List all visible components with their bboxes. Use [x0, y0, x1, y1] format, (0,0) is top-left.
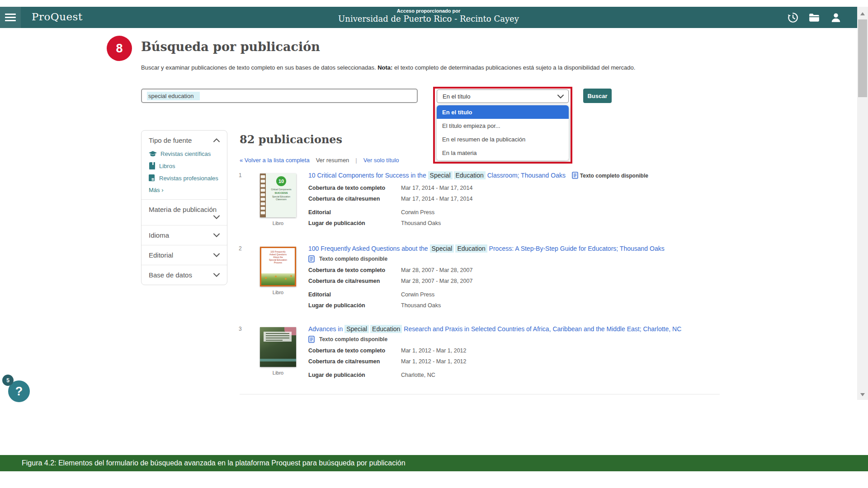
document-icon [572, 172, 578, 179]
folder-icon[interactable] [808, 12, 820, 23]
publisher-header[interactable]: Editorial [149, 251, 220, 259]
institution-block: Acceso proporcionado por Universidad de … [338, 8, 519, 23]
description-text: Buscar y examinar publicaciones de texto… [141, 64, 377, 71]
search-term-highlight: Special [430, 244, 454, 253]
filter-label: Revistas científicas [160, 150, 211, 157]
section-title: Editorial [149, 251, 173, 259]
section-title: Base de datos [149, 271, 192, 279]
document-icon [308, 255, 315, 263]
document-icon [308, 336, 315, 343]
chevron-down-icon [213, 273, 220, 277]
filter-section-source-type: Tipo de fuente Revistas científicas Libr… [142, 131, 227, 199]
dropdown-option-en-el-titulo[interactable]: En el título [437, 105, 569, 119]
cover-decoration [261, 273, 295, 285]
chevron-down-icon [557, 94, 564, 99]
proquest-logo[interactable]: ProQuest [32, 11, 83, 23]
field-row: Lugar de publicaciónCharlotte, NC [308, 372, 736, 378]
main-menu-button[interactable] [0, 7, 21, 28]
result-type-label: Libro [254, 370, 302, 375]
fulltext-availability: Texto completo disponible [308, 336, 736, 343]
search-field-select[interactable]: En el título [437, 89, 569, 103]
cover-decoration [260, 174, 266, 217]
result-number: 1 [239, 171, 254, 226]
result-title-link[interactable]: Advances in SpecialEducation Research an… [308, 325, 681, 333]
field-row: Cobertura de texto completoMar 17, 2014 … [308, 185, 736, 191]
search-term-highlight: Education [370, 325, 402, 333]
vertical-scrollbar[interactable] [857, 7, 868, 400]
database-header[interactable]: Base de datos [149, 271, 220, 279]
dropdown-option-materia[interactable]: En la materia [437, 146, 569, 160]
filter-books[interactable]: Libros [149, 162, 220, 169]
book-cover-thumbnail[interactable]: 10 Critical Components SUCCESS Special E… [260, 174, 296, 217]
fulltext-availability: Texto completo disponible [572, 173, 648, 179]
source-type-title: Tipo de fuente [149, 136, 192, 144]
view-title-only-link[interactable]: Ver solo título [363, 157, 399, 164]
page-title: Búsqueda por publicación [141, 40, 320, 54]
book-icon [149, 162, 156, 169]
cover-badge: 10 [276, 176, 286, 186]
fulltext-availability: Texto completo disponible [308, 255, 736, 263]
dropdown-option-titulo-empieza[interactable]: El título empieza por... [437, 119, 569, 132]
filter-label: Revistas profesionales [159, 175, 218, 182]
filter-section-subject: Materia de publicación [142, 199, 227, 225]
section-title: Idioma [149, 231, 169, 239]
view-summary-link[interactable]: Ver resumen [316, 157, 349, 164]
result-item-3: 3 Libro Advances in SpecialEducation Res… [239, 324, 736, 378]
filter-section-publisher: Editorial [142, 245, 227, 265]
filter-label: Libros [159, 163, 175, 169]
book-cover-thumbnail[interactable]: 100 Frequently Asked Questions About the… [260, 247, 296, 286]
chevron-up-icon [213, 138, 220, 142]
publication-search-input[interactable]: special education [141, 89, 418, 103]
field-row: Lugar de publicaciónThousand Oaks [308, 302, 736, 309]
search-button[interactable]: Buscar [583, 89, 612, 103]
history-icon[interactable] [787, 12, 798, 23]
selected-field-value: En el título [443, 93, 470, 100]
result-number: 2 [239, 244, 254, 309]
screenshot-canvas: ProQuest Acceso proporcionado por Univer… [0, 0, 868, 488]
source-type-header[interactable]: Tipo de fuente [149, 136, 220, 144]
account-icon[interactable] [830, 12, 842, 23]
description-text-2: el texto completo de determinadas public… [392, 64, 635, 71]
search-field-dropdown-menu: En el título El título empieza por... En… [437, 105, 569, 160]
language-header[interactable]: Idioma [149, 231, 220, 239]
institution-name: Universidad de Puerto Rico - Recinto Cay… [338, 14, 519, 23]
back-to-full-list-link[interactable]: « Volver a la lista completa [240, 157, 310, 164]
filter-trade-journals[interactable]: Revistas profesionales [149, 174, 220, 182]
result-title-link[interactable]: 100 Frequently Asked Questions about the… [308, 245, 665, 252]
chevron-down-icon [213, 215, 220, 219]
field-row: Cobertura de cita/resumenMar 1, 2012 - M… [308, 358, 736, 365]
search-query-text: special education [147, 92, 200, 100]
field-row: Lugar de publicaciónThousand Oaks [308, 220, 736, 226]
description-note-label: Nota: [377, 64, 392, 71]
filter-scholarly-journals[interactable]: Revistas científicas [149, 150, 220, 157]
result-title-link[interactable]: 10 Critical Components for Success in th… [308, 172, 566, 179]
result-item-1: 1 10 Critical Components SUCCESS Special… [239, 171, 736, 226]
search-term-highlight: Special [428, 171, 453, 179]
field-row: Cobertura de texto completoMar 28, 2007 … [308, 267, 736, 273]
result-type-label: Libro [254, 290, 302, 295]
figure-caption-bar: Figura 4.2: Elementos del formulario de … [0, 455, 868, 471]
scroll-down-arrow-icon[interactable] [860, 393, 865, 396]
filter-section-database: Base de datos [142, 265, 227, 285]
field-row: EditorialCorwin Press [308, 291, 736, 298]
search-term-highlight: Special [344, 325, 369, 333]
scroll-up-arrow-icon[interactable] [860, 12, 865, 15]
section-title: Materia de publicación [149, 206, 220, 213]
result-type-label: Libro [254, 221, 302, 226]
filters-sidebar: Tipo de fuente Revistas científicas Libr… [141, 130, 227, 285]
hamburger-icon [5, 12, 16, 23]
more-filters-link[interactable]: Más › [149, 187, 220, 193]
scrollbar-thumb[interactable] [858, 19, 867, 97]
chevron-down-icon [213, 233, 220, 237]
chevron-down-icon [213, 253, 220, 257]
field-row: Cobertura de cita/resumenMar 17, 2014 - … [308, 196, 736, 202]
book-cover-thumbnail[interactable] [260, 327, 296, 367]
toolbar-separator: | [355, 157, 357, 164]
results-divider [240, 394, 720, 394]
page-description: Buscar y examinar publicaciones de texto… [141, 64, 684, 71]
field-row: Cobertura de texto completoMar 1, 2012 -… [308, 347, 736, 354]
subject-header[interactable]: Materia de publicación [149, 206, 220, 219]
graduation-cap-icon [149, 151, 157, 157]
dropdown-option-resumen[interactable]: En el resumen de la publicación [437, 132, 569, 146]
cover-decoration [260, 359, 296, 361]
